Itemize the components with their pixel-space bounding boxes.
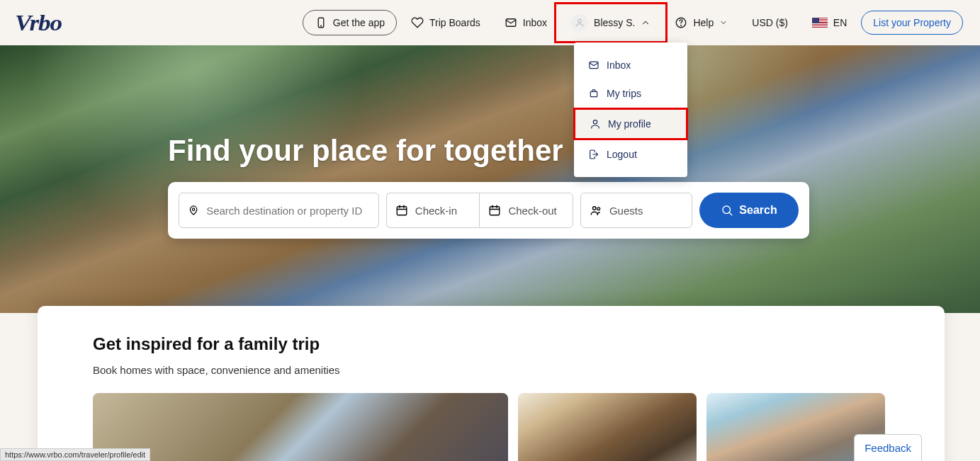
dropdown-item-inbox[interactable]: Inbox	[574, 51, 687, 79]
chevron-down-icon	[719, 18, 728, 27]
guests-icon	[590, 204, 602, 217]
search-button[interactable]: Search	[699, 193, 799, 228]
inspire-cards	[93, 393, 889, 461]
checkin-label: Check-in	[415, 205, 457, 217]
currency-label: USD ($)	[752, 17, 788, 28]
hero: Find your place for together Check-in Ch…	[0, 45, 980, 313]
user-dropdown: Inbox My trips My profile Logout	[574, 42, 687, 177]
destination-input[interactable]	[206, 205, 370, 217]
phone-icon	[315, 16, 327, 29]
dropdown-item-my-profile[interactable]: My profile	[573, 108, 688, 140]
us-flag-icon	[812, 18, 828, 28]
pin-icon	[188, 204, 199, 217]
section-subtitle: Book homes with space, convenience and a…	[93, 364, 889, 376]
header: Vrbo Get the app Trip Boards Inbox Bless…	[0, 0, 980, 45]
svg-point-3	[578, 19, 582, 23]
search-icon	[721, 204, 733, 217]
dropdown-label: My trips	[607, 88, 641, 99]
svg-point-18	[592, 207, 596, 210]
user-name-label: Blessy S.	[594, 17, 635, 28]
heart-icon	[411, 16, 424, 29]
svg-rect-7	[590, 91, 597, 96]
dropdown-label: My profile	[608, 118, 651, 130]
help-icon	[675, 16, 687, 29]
destination-field[interactable]	[179, 193, 379, 228]
svg-rect-14	[490, 207, 500, 215]
inspire-section: Get inspired for a family trip Book home…	[38, 306, 945, 461]
chevron-up-icon	[641, 18, 650, 28]
search-button-label: Search	[739, 204, 777, 217]
feedback-button[interactable]: Feedback	[854, 434, 922, 461]
inspire-card[interactable]	[93, 393, 508, 461]
help-button[interactable]: Help	[665, 11, 738, 35]
currency-button[interactable]: USD ($)	[742, 11, 798, 34]
get-the-app-button[interactable]: Get the app	[303, 10, 397, 35]
trip-boards-label: Trip Boards	[429, 17, 480, 28]
logout-icon	[588, 149, 599, 160]
guests-label: Guests	[609, 205, 643, 217]
header-nav: Get the app Trip Boards Inbox Blessy S. …	[303, 8, 963, 37]
calendar-icon	[488, 204, 501, 217]
svg-point-5	[681, 25, 682, 25]
svg-point-9	[192, 208, 194, 210]
avatar-icon	[571, 14, 588, 31]
dropdown-item-my-trips[interactable]: My trips	[574, 79, 687, 108]
dropdown-item-logout[interactable]: Logout	[574, 140, 687, 169]
svg-point-19	[597, 207, 600, 210]
checkin-field[interactable]: Check-in	[386, 193, 480, 228]
language-button[interactable]: EN	[802, 11, 857, 34]
get-the-app-label: Get the app	[333, 17, 385, 28]
mail-icon	[588, 59, 599, 71]
list-property-label: List your Property	[873, 17, 951, 28]
user-icon	[590, 118, 601, 130]
inbox-button[interactable]: Inbox	[495, 11, 557, 35]
language-label: EN	[833, 17, 847, 28]
section-title: Get inspired for a family trip	[93, 334, 889, 354]
checkout-field[interactable]: Check-out	[479, 193, 573, 228]
trip-boards-button[interactable]: Trip Boards	[401, 11, 490, 35]
calendar-icon	[395, 204, 408, 217]
svg-line-21	[729, 212, 732, 215]
inspire-card[interactable]	[518, 393, 697, 461]
dropdown-label: Logout	[607, 149, 637, 160]
suitcase-icon	[588, 88, 599, 99]
list-property-button[interactable]: List your Property	[861, 11, 963, 35]
mail-icon	[505, 16, 517, 29]
browser-status-bar: https://www.vrbo.com/traveler/profile/ed…	[0, 448, 150, 461]
guests-field[interactable]: Guests	[580, 193, 692, 228]
svg-point-8	[593, 120, 597, 124]
svg-rect-10	[397, 207, 407, 215]
search-bar: Check-in Check-out Guests Search	[168, 182, 809, 239]
help-label: Help	[693, 17, 714, 28]
user-menu-button[interactable]: Blessy S.	[561, 8, 660, 37]
dropdown-label: Inbox	[607, 59, 631, 71]
inbox-label: Inbox	[523, 17, 547, 28]
checkout-label: Check-out	[508, 205, 556, 217]
logo[interactable]: Vrbo	[15, 10, 62, 36]
